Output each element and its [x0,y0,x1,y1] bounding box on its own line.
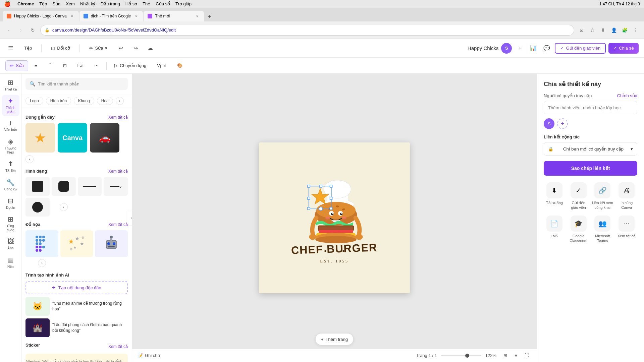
sticker-see-all[interactable]: Xem tất cả [108,344,128,349]
grid-view-btn[interactable]: ⊞ [500,351,510,360]
address-bar[interactable]: 🔒 canva.com/design/DAGhfsBzqU0/oNs-f5cVe… [40,25,574,36]
menu-btn[interactable]: ⋮ [631,25,640,35]
tab-new[interactable]: Thẻ mới × [144,11,204,21]
menubar-view[interactable]: Xem [66,1,75,6]
ai-example-1[interactable]: 🐱 "Chú mèo anime dễ thương trong rừng ho… [25,297,128,316]
apple-menu[interactable]: 🍎 [4,1,11,7]
share-action-google[interactable]: 🎓 Google Classroom [568,216,589,243]
tab-google[interactable]: dịch - Tìm trên Google × [79,11,143,21]
filter-flower[interactable]: Hoa [97,97,113,105]
edit-access-link[interactable]: Chỉnh sửa [617,93,637,98]
recent-see-all[interactable]: Xem tất cả [108,115,128,120]
position-btn[interactable]: Vị trí [153,60,171,71]
add-owner-btn[interactable]: + [557,118,568,129]
extensions-btn[interactable]: 🧩 [620,25,629,35]
menubar-chrome[interactable]: Chrome [17,1,34,6]
sidebar-item-text[interactable]: T Văn bản [2,117,19,134]
user-avatar[interactable]: S [501,43,512,54]
search-input[interactable] [38,81,124,86]
edit-menu-btn[interactable]: ✏ Sửa ▾ [85,43,112,54]
recent-canva[interactable]: Canva [58,123,87,153]
canvas-page[interactable]: CHEF BURGER EST. 1955 [259,142,410,293]
graphics-see-all[interactable]: Xem tất cả [108,222,128,227]
graphic-stars[interactable]: ★ ★ ★ ★ ⊕ ⊕ [60,230,93,257]
sidebar-item-design[interactable]: ⊞ Thiết kế [2,76,19,94]
sidebar-item-photos[interactable]: 🖼 Ảnh [2,236,19,252]
tab-close-1[interactable]: × [69,13,75,19]
ai-create-btn[interactable]: + Tạo nội dung độc đáo [25,281,128,294]
list-view-btn[interactable]: ≡ [511,351,521,360]
share-action-print[interactable]: 🖨 In cùng Canva [616,182,637,210]
fullscreen-btn[interactable]: ⛶ [522,351,531,360]
add-page-btn[interactable]: + Thêm trang [315,333,354,345]
share-action-see-all[interactable]: ··· Xem tất cả [616,216,637,243]
tab-close-3[interactable]: × [195,13,200,19]
shape-circle-solid[interactable] [25,198,50,217]
shape-square-solid[interactable] [25,177,50,196]
sidebar-item-apps[interactable]: ⊞ Ứng dụng [2,213,19,234]
sidebar-item-tools[interactable]: 🔧 Công cụ [2,176,19,193]
graphic-dna[interactable] [25,230,58,257]
shapes-see-all[interactable]: Xem tất cả [108,169,128,174]
forward-btn[interactable]: › [16,25,25,35]
share-action-lms[interactable]: 📄 LMS [544,216,565,243]
crop-btn[interactable]: ⊡ [59,60,71,71]
sidebar-item-background[interactable]: ▦ Nền [2,254,19,271]
undo-btn[interactable]: ↩ [115,43,126,54]
shape-arrow[interactable]: › [104,177,128,196]
sidebar-item-projects[interactable]: ⊟ Dự án [2,195,19,212]
cloud-save-btn[interactable]: ☁ [145,43,156,54]
notes-btn[interactable]: 📝 Ghi chú [138,353,160,358]
lines-btn[interactable]: ≡ [30,60,42,71]
comments-btn[interactable]: 💬 [541,43,552,54]
ai-example-2[interactable]: 🏰 "Lâu đài phong cách Gothic bao quanh b… [25,318,128,337]
curve-btn[interactable]: ⌒ [44,60,57,71]
share-action-public-link[interactable]: 🔗 Liên kết xem công khai [592,182,613,210]
shape-line[interactable] [78,177,102,196]
menubar-file[interactable]: Tệp [39,1,47,6]
menubar-edit[interactable]: Sửa [52,1,60,6]
tab-close-2[interactable]: × [133,13,139,19]
recent-more-btn[interactable]: › [25,155,34,163]
shapes-more-btn[interactable]: › [60,203,68,211]
add-collaborator-btn[interactable]: + [515,43,525,54]
filter-more-btn[interactable]: › [116,97,124,105]
star-btn[interactable]: ☆ [588,25,597,35]
refresh-btn[interactable]: ↻ [28,25,38,35]
recent-car[interactable]: 🚗 [90,123,119,153]
zoom-thumb[interactable] [465,354,469,358]
new-tab-btn[interactable]: + [205,12,214,21]
sidebar-item-brand[interactable]: ◈ Thương hiệu [2,135,19,157]
send-teacher-btn[interactable]: ✓ Gửi đến giáo viên [555,43,606,54]
sidebar-item-elements[interactable]: ✦ Thành phần [2,95,19,116]
menubar-tab[interactable]: Thẻ [143,1,150,6]
recent-star[interactable]: ★ [25,123,55,153]
collapse-panel-btn[interactable]: ‹ [128,210,132,226]
share-btn[interactable]: ↗ Chia sẻ [608,43,639,54]
share-action-teacher[interactable]: ✓ Gửi đến giáo viên [568,182,589,210]
back-btn[interactable]: ‹ [4,25,13,35]
menubar-bookmarks[interactable]: Dấu trang [101,1,120,6]
tab-canva[interactable]: Happy Chicks - Logo - Canva × [3,11,79,21]
menubar-window[interactable]: Cửa sổ [156,1,170,6]
motion-btn[interactable]: ▷ Chuyển động [110,60,151,71]
redo-btn[interactable]: ↪ [130,43,141,54]
menubar-history[interactable]: Nhật ký [80,1,95,6]
stats-btn[interactable]: 📊 [528,43,539,54]
file-btn[interactable]: Tệp [20,43,36,54]
edit-tool-btn[interactable]: ✏ Sửa [5,60,28,71]
menubar-help[interactable]: Trợ giúp [175,1,192,6]
graphics-more-btn[interactable]: › [38,259,46,267]
graphic-robot[interactable] [95,230,128,257]
app-menu-btn[interactable]: ☰ [5,43,16,54]
sidebar-item-upload[interactable]: ⬆ Tải lên [2,158,19,175]
search-wrapper[interactable]: 🔍 [25,78,128,90]
menubar-profile[interactable]: Hồ sơ [125,1,138,6]
filter-logo[interactable]: Logo [25,97,43,105]
link-selector[interactable]: 🔒 Chỉ bạn mới có quyền truy cập ▾ [544,142,637,156]
share-action-teams[interactable]: 👥 Microsoft Teams [592,216,613,243]
cast-btn[interactable]: ⊡ [577,25,586,35]
more-options-btn[interactable]: ⋯ [90,60,103,71]
member-input[interactable] [544,101,637,114]
flip-btn[interactable]: Lật [73,60,88,71]
